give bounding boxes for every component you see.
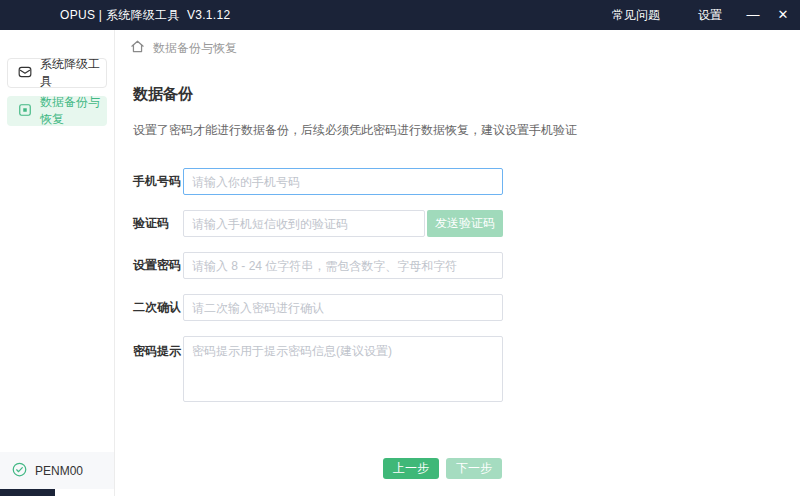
password-hint-row: 密码提示 (133, 336, 503, 402)
corner-accent (0, 489, 55, 496)
device-name: PENM00 (35, 464, 83, 478)
phone-input[interactable] (183, 168, 503, 195)
sidebar-item-label: 数据备份与恢复 (40, 94, 106, 128)
sidebar: 系统降级工具 数据备份与恢复 PENM00 (0, 30, 115, 496)
settings-button[interactable]: 设置 (698, 7, 722, 24)
app-window: OPUS | 系统降级工具 V3.1.12 常见问题 设置 — ✕ 系统降级工具 (0, 0, 800, 496)
password-hint-textarea[interactable] (183, 336, 503, 402)
breadcrumb-label: 数据备份与恢复 (153, 40, 237, 57)
next-step-button[interactable]: 下一步 (446, 458, 502, 479)
close-button[interactable]: ✕ (768, 0, 798, 30)
footer-actions: 上一步 下一步 (383, 458, 502, 479)
main-panel: 数据备份与恢复 数据备份 设置了密码才能进行数据备份，后续必须凭此密码进行数据恢… (115, 30, 800, 496)
home-icon[interactable] (130, 39, 145, 57)
password-hint-label: 密码提示 (133, 343, 183, 360)
app-title: OPUS | 系统降级工具 V3.1.12 (60, 7, 230, 24)
envelope-icon (18, 65, 32, 82)
sidebar-item-data-backup[interactable]: 数据备份与恢复 (7, 96, 107, 126)
confirm-password-row: 二次确认 (133, 294, 503, 321)
verification-code-row: 验证码 发送验证码 (133, 210, 503, 237)
device-status: PENM00 (0, 452, 114, 489)
set-password-row: 设置密码 (133, 252, 503, 279)
titlebar-actions: 常见问题 设置 — ✕ (612, 0, 800, 30)
previous-step-button[interactable]: 上一步 (383, 458, 439, 479)
set-password-input[interactable] (183, 252, 503, 279)
sidebar-item-label: 系统降级工具 (40, 56, 106, 90)
send-code-button[interactable]: 发送验证码 (427, 210, 503, 237)
sidebar-item-system-downgrade[interactable]: 系统降级工具 (7, 58, 107, 88)
breadcrumb: 数据备份与恢复 (130, 39, 237, 57)
page-title: 数据备份 (133, 85, 193, 104)
app-body: 系统降级工具 数据备份与恢复 PENM00 (0, 30, 800, 496)
verification-code-input[interactable] (183, 210, 425, 237)
backup-form: 手机号码 验证码 发送验证码 设置密码 二次确认 密码提示 (133, 168, 503, 417)
page-description: 设置了密码才能进行数据备份，后续必须凭此密码进行数据恢复，建议设置手机验证 (133, 122, 577, 139)
confirm-password-label: 二次确认 (133, 299, 183, 316)
verification-code-label: 验证码 (133, 215, 183, 232)
titlebar: OPUS | 系统降级工具 V3.1.12 常见问题 设置 — ✕ (0, 0, 800, 30)
phone-label: 手机号码 (133, 173, 183, 190)
phone-field-row: 手机号码 (133, 168, 503, 195)
set-password-label: 设置密码 (133, 257, 183, 274)
faq-button[interactable]: 常见问题 (612, 7, 660, 24)
check-circle-icon (12, 462, 27, 480)
confirm-password-input[interactable] (183, 294, 503, 321)
minimize-button[interactable]: — (738, 0, 768, 30)
backup-box-icon (18, 103, 32, 120)
